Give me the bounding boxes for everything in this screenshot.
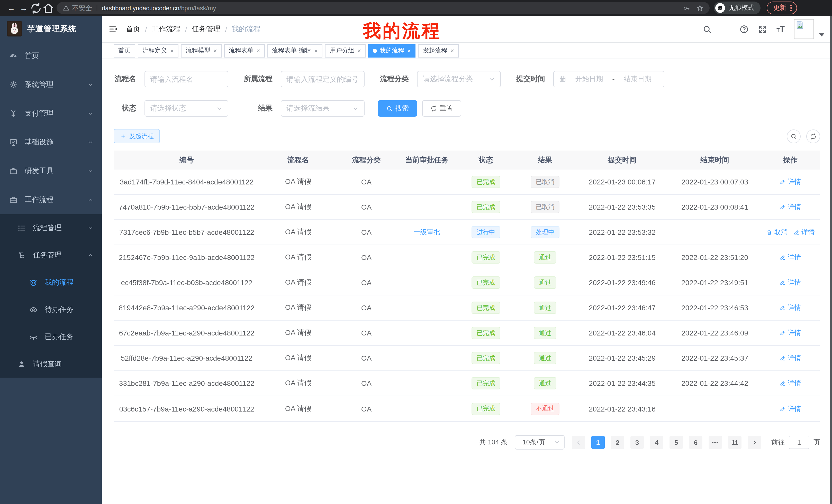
sidebar-item-已办任务[interactable]: 已办任务 xyxy=(0,323,102,351)
close-icon[interactable]: × xyxy=(450,47,454,54)
task-link[interactable]: 一级审批 xyxy=(413,228,440,237)
cell-submit-time: 2022-01-22 23:43:16 xyxy=(576,396,669,421)
close-icon[interactable]: × xyxy=(170,47,174,54)
cell-end-time: 2022-01-22 23:44:42 xyxy=(669,371,761,396)
bookmark-star-icon[interactable] xyxy=(696,4,703,11)
help-icon[interactable] xyxy=(739,24,749,34)
tab-用户分组[interactable]: 用户分组× xyxy=(325,44,366,57)
cell-process-name: OA 请假 xyxy=(260,396,337,421)
search-icon[interactable] xyxy=(702,24,712,34)
reset-button[interactable]: 重置 xyxy=(422,100,461,117)
start-process-button[interactable]: ＋ 发起流程 xyxy=(114,129,160,143)
collapse-menu-icon[interactable] xyxy=(108,24,118,34)
tab-首页[interactable]: 首页 xyxy=(114,44,135,57)
process-name-input[interactable] xyxy=(150,75,223,83)
tab-流程模型[interactable]: 流程模型× xyxy=(181,44,222,57)
sidebar-item-基础设施[interactable]: 基础设施 xyxy=(0,128,102,157)
show-search-toggle-button[interactable] xyxy=(787,129,801,143)
font-size-icon[interactable]: TT xyxy=(777,25,785,33)
scrollbar[interactable] xyxy=(830,16,832,504)
chevron-down-icon xyxy=(87,139,94,145)
browser-home-button[interactable] xyxy=(42,2,54,14)
table-row: 52ffd28e-7b9a-11ec-a290-acde48001122OA 请… xyxy=(114,346,820,371)
close-icon[interactable]: × xyxy=(407,47,411,54)
sidebar-item-流程管理[interactable]: 流程管理 xyxy=(0,214,102,242)
next-page-button[interactable] xyxy=(748,436,761,449)
detail-link[interactable]: 详情 xyxy=(780,177,801,187)
detail-link[interactable]: 详情 xyxy=(780,404,801,413)
column-header-结果: 结果 xyxy=(514,150,576,170)
sidebar-item-工作流程[interactable]: 工作流程 xyxy=(0,186,102,214)
browser-update-button[interactable]: 更新 xyxy=(767,2,797,15)
close-icon[interactable]: × xyxy=(314,47,318,54)
cell-submit-time: 2022-01-22 23:49:46 xyxy=(576,270,669,295)
page-button-2[interactable]: 2 xyxy=(611,436,624,449)
detail-link[interactable]: 详情 xyxy=(780,379,801,388)
fullscreen-icon[interactable] xyxy=(758,24,767,34)
detail-link[interactable]: 详情 xyxy=(780,202,801,212)
cell-current-task xyxy=(396,320,458,345)
main-area: 我的流程 首页/工作流程/任务管理/我的流程 TT 首页流程定义×流程模型×流程… xyxy=(102,16,832,504)
close-icon[interactable]: × xyxy=(257,47,260,54)
browser-menu-icon[interactable] xyxy=(790,5,791,11)
app-logo-row[interactable]: 芋道管理系统 xyxy=(0,16,102,41)
more-pages-button[interactable]: ••• xyxy=(709,436,722,449)
page-button-3[interactable]: 3 xyxy=(630,436,644,449)
avatar[interactable] xyxy=(794,19,814,39)
process-definition-input[interactable] xyxy=(286,75,359,83)
browser-forward-button[interactable]: → xyxy=(18,2,30,14)
submit-time-range-picker[interactable]: 开始日期 - 结束日期 xyxy=(553,71,665,87)
tab-流程表单[interactable]: 流程表单× xyxy=(224,44,265,57)
breadcrumb-item: 我的流程 xyxy=(232,24,260,34)
tab-流程表单-编辑[interactable]: 流程表单-编辑× xyxy=(267,44,322,57)
tab-发起流程[interactable]: 发起流程× xyxy=(418,44,459,57)
detail-link[interactable]: 详情 xyxy=(780,328,801,338)
search-button[interactable]: 搜索 xyxy=(378,100,417,117)
close-icon[interactable]: × xyxy=(357,47,361,54)
detail-link[interactable]: 详情 xyxy=(780,303,801,312)
page-size-select[interactable]: 10条/页 xyxy=(515,435,565,450)
browser-back-button[interactable]: ← xyxy=(5,2,18,14)
detail-link[interactable]: 详情 xyxy=(793,228,815,237)
category-select[interactable]: 请选择流程分类 xyxy=(417,71,501,87)
page-button-11[interactable]: 11 xyxy=(728,436,742,449)
sidebar-item-研发工具[interactable]: 研发工具 xyxy=(0,157,102,186)
sidebar-item-请假查询[interactable]: 请假查询 xyxy=(0,351,102,377)
cell-result: 通过 xyxy=(514,371,576,396)
page-button-6[interactable]: 6 xyxy=(689,436,702,449)
tab-我的流程[interactable]: 我的流程× xyxy=(368,44,415,57)
page-button-5[interactable]: 5 xyxy=(670,436,683,449)
breadcrumb-item[interactable]: 工作流程 xyxy=(152,24,181,34)
browser-reload-button[interactable] xyxy=(30,2,42,14)
sidebar-item-支付管理[interactable]: 支付管理 xyxy=(0,99,102,128)
page-button-1[interactable]: 1 xyxy=(591,436,605,449)
sidebar-item-任务管理[interactable]: 任务管理 xyxy=(0,242,102,269)
status-select[interactable]: 请选择状态 xyxy=(145,100,228,117)
detail-link[interactable]: 详情 xyxy=(780,253,801,262)
github-icon[interactable] xyxy=(721,24,730,34)
address-bar[interactable]: 不安全 dashboard.yudao.iocoder.cn /bpm/task… xyxy=(57,2,710,14)
sidebar-item-系统管理[interactable]: 系统管理 xyxy=(0,71,102,99)
trash-icon xyxy=(766,229,772,235)
prev-page-button[interactable] xyxy=(572,436,585,449)
result-badge: 通过 xyxy=(534,276,556,289)
sidebar-item-我的流程[interactable]: 我的流程 xyxy=(0,269,102,296)
sidebar-item-首页[interactable]: 首页 xyxy=(0,41,102,71)
cancel-link[interactable]: 取消 xyxy=(766,228,787,237)
tab-流程定义[interactable]: 流程定义× xyxy=(138,44,178,57)
cell-status: 已完成 xyxy=(458,396,514,421)
cell-process-name: OA 请假 xyxy=(260,296,337,320)
breadcrumb-item[interactable]: 任务管理 xyxy=(192,24,220,34)
password-key-icon[interactable] xyxy=(683,4,690,11)
avatar-dropdown-caret-icon[interactable] xyxy=(819,33,824,36)
refresh-table-button[interactable] xyxy=(806,129,820,143)
sidebar-item-待办任务[interactable]: 待办任务 xyxy=(0,296,102,323)
close-icon[interactable]: × xyxy=(213,47,217,54)
result-select[interactable]: 请选择流结果 xyxy=(281,100,365,117)
result-badge: 通过 xyxy=(534,377,556,389)
detail-link[interactable]: 详情 xyxy=(780,278,801,287)
detail-link[interactable]: 详情 xyxy=(780,354,801,363)
breadcrumb-item[interactable]: 首页 xyxy=(126,24,140,34)
goto-page-input[interactable] xyxy=(789,436,809,449)
page-button-4[interactable]: 4 xyxy=(650,436,663,449)
